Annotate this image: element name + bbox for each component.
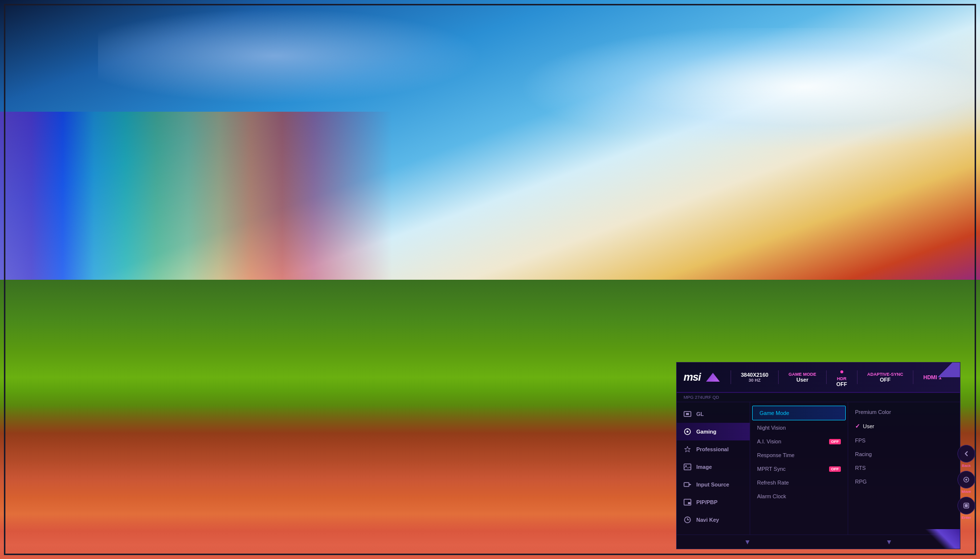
back-button[interactable]: [957, 445, 975, 462]
navi-key-icon: [683, 515, 692, 525]
alarm-clock-text: Alarm Clock: [757, 493, 786, 499]
enter-label: Enter: [961, 515, 971, 520]
osd-model-name: MPG 274URF QD: [677, 393, 960, 402]
osd-nav: GL Gaming Professional: [677, 402, 750, 535]
user-text: User: [863, 423, 874, 429]
rpg-text: RPG: [855, 479, 867, 485]
svg-point-12: [965, 479, 967, 481]
right-item-fps[interactable]: FPS: [848, 434, 960, 447]
image-icon: [683, 462, 692, 472]
mid-item-response-time[interactable]: Response Time: [750, 448, 848, 462]
svg-rect-5: [684, 464, 691, 470]
right-item-rts[interactable]: RTS: [848, 461, 960, 475]
input-source-icon: [683, 480, 692, 489]
osd-footer: ▼ ▼: [677, 535, 960, 549]
corner-accent-top-right: [931, 363, 960, 377]
right-item-racing[interactable]: Racing: [848, 447, 960, 461]
gl-icon: [683, 409, 692, 419]
premium-color-text: Premium Color: [855, 409, 891, 415]
user-check-mark: ✓: [855, 423, 860, 430]
pink-dot: [840, 370, 843, 373]
move-label: Move: [961, 489, 971, 494]
game-mode-value: User: [788, 377, 816, 383]
nav-item-pip-pbp[interactable]: PIP/PBP: [677, 493, 750, 511]
svg-rect-7: [684, 483, 689, 486]
move-button[interactable]: [957, 471, 975, 488]
osd-mid: Game Mode Night Vision A.I. Vision OFF R…: [750, 402, 848, 535]
back-control-group: Back: [957, 445, 975, 468]
mprt-sync-text: MPRT Sync: [757, 466, 785, 472]
svg-rect-1: [686, 413, 689, 415]
osd-header: msi 3840X2160 30 HZ Game Mode User HDR O…: [677, 363, 960, 393]
nav-label-gl: GL: [696, 411, 704, 417]
resolution-value: 3840X2160: [741, 372, 768, 378]
back-label: Back: [962, 463, 971, 468]
msi-logo-icon: [706, 373, 720, 382]
hdr-value: OFF: [836, 381, 847, 387]
adaptive-sync-label: Adaptive-Sync: [867, 372, 904, 377]
professional-icon: [683, 444, 692, 454]
racing-text: Racing: [855, 451, 872, 457]
side-controls: Back Move Enter: [957, 445, 975, 520]
nav-label-input-source: Input Source: [696, 482, 729, 487]
enter-button[interactable]: [957, 497, 975, 514]
svg-marker-4: [685, 446, 690, 452]
svg-rect-9: [688, 502, 690, 504]
header-adaptive-sync: Adaptive-Sync OFF: [862, 372, 908, 383]
header-divider-2: [778, 370, 779, 384]
header-divider-5: [913, 370, 913, 384]
night-vision-text: Night Vision: [757, 425, 786, 431]
gaming-icon: [683, 427, 692, 437]
refresh-rate-text: Refresh Rate: [757, 480, 789, 486]
fps-text: FPS: [855, 437, 865, 443]
mid-item-alarm-clock[interactable]: Alarm Clock: [750, 489, 848, 503]
rts-text: RTS: [855, 465, 866, 471]
header-divider-1: [731, 370, 731, 384]
pip-pbp-icon: [683, 497, 692, 507]
header-resolution: 3840X2160 30 HZ: [736, 372, 773, 383]
mprt-sync-badge: OFF: [829, 466, 841, 472]
response-time-text: Response Time: [757, 452, 794, 458]
move-control-group: Move: [957, 471, 975, 494]
header-game-mode: Game Mode User: [784, 372, 821, 383]
mid-item-game-mode[interactable]: Game Mode: [752, 406, 846, 420]
nav-label-professional: Professional: [696, 446, 729, 452]
svg-point-3: [686, 431, 688, 433]
mid-item-mprt-sync[interactable]: MPRT Sync OFF: [750, 462, 848, 476]
nav-label-image: Image: [696, 464, 712, 470]
nav-item-navi-key[interactable]: Navi Key: [677, 511, 750, 529]
mid-item-ai-vision[interactable]: A.I. Vision OFF: [750, 435, 848, 448]
footer-arrow-left: ▼: [677, 538, 818, 546]
nav-label-pip-pbp: PIP/PBP: [696, 499, 717, 505]
nav-item-input-source[interactable]: Input Source: [677, 476, 750, 493]
game-mode-label: Game Mode: [788, 372, 816, 377]
game-mode-text: Game Mode: [760, 410, 789, 416]
header-hdr: HDR OFF: [832, 367, 852, 387]
nav-label-navi-key: Navi Key: [696, 517, 719, 523]
nav-item-gaming[interactable]: Gaming: [677, 423, 750, 440]
mid-item-night-vision[interactable]: Night Vision: [750, 421, 848, 435]
msi-logo: msi: [684, 371, 701, 384]
clouds-2: [98, 0, 686, 112]
svg-rect-14: [965, 504, 968, 507]
header-divider-3: [826, 370, 827, 384]
osd-menu: msi 3840X2160 30 HZ Game Mode User HDR O…: [676, 362, 960, 549]
right-item-user[interactable]: ✓ User: [848, 419, 960, 434]
right-item-premium-color[interactable]: Premium Color: [848, 405, 960, 419]
header-divider-4: [857, 370, 858, 384]
hdr-label: HDR: [836, 376, 847, 381]
nav-item-professional[interactable]: Professional: [677, 440, 750, 458]
ai-vision-badge: OFF: [829, 439, 841, 444]
nav-label-gaming: Gaming: [696, 429, 716, 435]
mid-item-refresh-rate[interactable]: Refresh Rate: [750, 476, 848, 489]
ai-vision-text: A.I. Vision: [757, 438, 781, 444]
corner-accent-bottom-right: [921, 529, 960, 549]
right-item-rpg[interactable]: RPG: [848, 475, 960, 488]
osd-right: Premium Color ✓ User FPS Racing RTS RPG: [848, 402, 960, 535]
nav-item-image[interactable]: Image: [677, 458, 750, 476]
enter-control-group: Enter: [957, 497, 975, 520]
adaptive-sync-value: OFF: [867, 377, 904, 383]
resolution-hz: 30 HZ: [741, 378, 768, 383]
nav-item-gl[interactable]: GL: [677, 405, 750, 423]
osd-body: GL Gaming Professional: [677, 402, 960, 535]
